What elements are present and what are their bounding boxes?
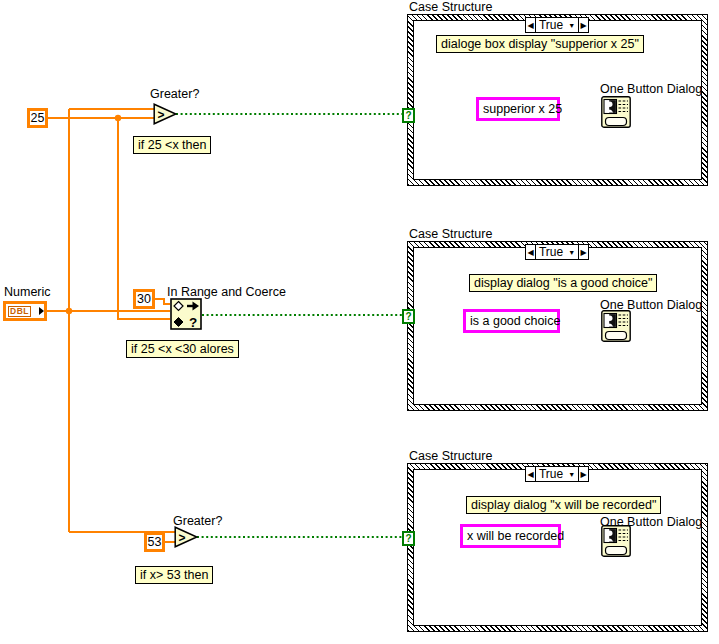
case2-selector-value[interactable]: True▼: [536, 245, 578, 259]
numeric-constant-25[interactable]: 25: [27, 108, 48, 128]
avatar-head: [607, 531, 612, 536]
dialog-button-icon: [606, 547, 627, 555]
case2-prev-case-button[interactable]: ◀: [526, 245, 536, 259]
terminal-output-arrow-icon: [39, 307, 44, 315]
numeric-constant-30[interactable]: 30: [133, 289, 155, 309]
case3-banner-label: display dialog "x will be recorded": [466, 496, 661, 514]
wire-const30-to-inrange-high[interactable]: [155, 299, 170, 304]
numeric-control-label: Numeric: [4, 286, 51, 299]
wire-junction-25: [115, 115, 121, 121]
wire-junction-x: [66, 308, 72, 314]
case-structure-2: ◀ True▼ ▶ display dialog "is a good choi…: [407, 241, 708, 411]
case3-title: Case Structure: [409, 450, 492, 463]
avatar-head: [607, 316, 612, 321]
case1-next-case-button[interactable]: ▶: [578, 18, 588, 32]
one-button-dialog-node-3[interactable]: [601, 525, 631, 557]
case1-dropdown-icon: ▼: [568, 22, 575, 29]
case2-selector[interactable]: ◀ True▼ ▶: [525, 244, 589, 260]
case1-selector[interactable]: ◀ True▼ ▶: [525, 17, 589, 33]
one-button-dialog-node-1[interactable]: [601, 96, 631, 128]
comment-if-25-less-x: if 25 <x then: [133, 136, 211, 154]
case3-next-case-button[interactable]: ▶: [578, 467, 588, 481]
case2-boolean-tunnel[interactable]: ?: [402, 309, 415, 324]
case3-dropdown-icon: ▼: [568, 471, 575, 478]
case1-boolean-tunnel[interactable]: ?: [402, 108, 415, 123]
case3-selector-value[interactable]: True▼: [536, 467, 578, 481]
case3-prev-case-button[interactable]: ◀: [526, 467, 536, 481]
avatar-head: [607, 102, 612, 107]
numeric-dbl-terminal[interactable]: DBL: [3, 301, 47, 321]
case1-banner-label: dialoge box display "supperior x 25": [436, 35, 644, 53]
case2-banner-label: display dialog "is a good choice": [469, 274, 657, 292]
comment-if-x-greater-53: if x> 53 then: [135, 566, 213, 584]
numeric-constant-53[interactable]: 53: [144, 532, 165, 552]
case2-next-case-button[interactable]: ▶: [578, 245, 588, 259]
case1-string-constant[interactable]: supperior x 25: [476, 97, 560, 121]
case-structure-1: ◀ True▼ ▶ dialoge box display "supperior…: [407, 14, 708, 186]
case1-dialog-label: One Button Dialog: [600, 83, 702, 96]
greater1-node-label: Greater?: [150, 88, 199, 101]
one-button-dialog-node-2[interactable]: [601, 310, 631, 342]
in-range-and-coerce-node[interactable]: ?: [170, 298, 202, 330]
case3-boolean-tunnel[interactable]: ?: [402, 531, 415, 546]
case2-title: Case Structure: [409, 228, 492, 241]
case1-selector-value[interactable]: True▼: [536, 18, 578, 32]
labview-block-diagram: Numeric DBL 25 30 53 if 25 <x then if 25…: [0, 0, 719, 644]
dialog-button-icon: [606, 118, 627, 126]
greater-glyph: >: [179, 531, 186, 545]
case1-prev-case-button[interactable]: ◀: [526, 18, 536, 32]
case1-title: Case Structure: [409, 1, 492, 14]
case-structure-3: ◀ True▼ ▶ display dialog "x will be reco…: [407, 463, 708, 632]
case3-selector[interactable]: ◀ True▼ ▶: [525, 466, 589, 482]
comment-if-25-x-30: if 25 <x <30 alores: [126, 340, 239, 358]
greater-node-3[interactable]: >: [174, 526, 198, 548]
in-range-question-glyph: ?: [189, 315, 197, 330]
dbl-type-badge: DBL: [8, 306, 31, 317]
case2-string-constant[interactable]: is a good choice: [463, 309, 560, 333]
dialog-button-icon: [606, 332, 627, 340]
case3-string-constant[interactable]: x will be recorded: [460, 524, 561, 548]
case2-dropdown-icon: ▼: [568, 249, 575, 256]
greater-node-1[interactable]: >: [153, 103, 177, 125]
greater-glyph: >: [158, 108, 165, 122]
